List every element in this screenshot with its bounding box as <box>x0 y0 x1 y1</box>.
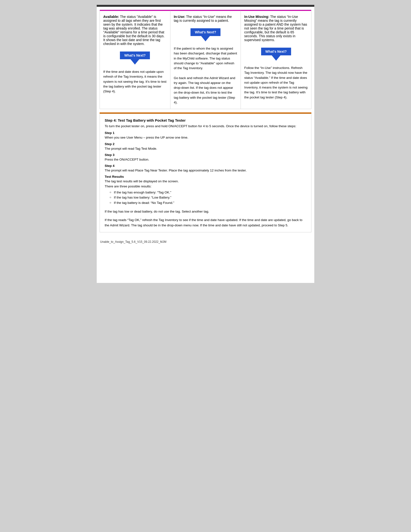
step3-text: Press the ON/ACCEPT button. <box>105 157 306 162</box>
inuse-missing-whats-next-button[interactable]: What's Next? <box>261 48 291 55</box>
bullet-2: If the tag has low battery: “Low Battery… <box>110 195 306 200</box>
bullet-list: If the tag has enough battery: “Tag OK.”… <box>110 190 306 206</box>
inuse-missing-title: In-Use Missing: <box>244 15 269 19</box>
step3-label: Step 3 <box>105 153 306 157</box>
column-inuse: In-Use: The status “In-Use” means the ta… <box>170 10 241 109</box>
step4-text: The prompt will read Place Tag Near Test… <box>105 168 306 173</box>
top-bar <box>97 5 314 7</box>
test-results-sub: There are three possible results: <box>105 184 306 189</box>
bullet-3: If the tag battery is dead: “No Tag Foun… <box>110 200 306 206</box>
inuse-missing-description: In-Use Missing: The status “In-Use Missi… <box>244 15 308 42</box>
inuse-body: If the patient to whom the tag is assign… <box>174 46 237 105</box>
inuse-missing-body: Follow the “In-Use” instructions. Refres… <box>244 66 308 100</box>
step1-label: Step 1 <box>105 131 306 135</box>
available-title-rest: The status "Available" is assigned to al… <box>103 15 165 46</box>
footer: Unable_to_Assign_Tag_5.6_V15_09.22.2022_… <box>97 235 314 246</box>
available-arrow-icon <box>131 59 139 65</box>
inuse-btn-container: What's Next? <box>174 25 237 44</box>
inuse-whats-next-button[interactable]: What's Next? <box>190 28 221 36</box>
inuse-missing-title-rest: The status “In-Use Missing” means the ta… <box>244 15 307 42</box>
inuse-body-p1: If the patient to whom the tag is assign… <box>174 46 237 71</box>
closing-text-1: If the tag has low or dead battery, do n… <box>105 209 306 214</box>
inuse-arrow-icon <box>201 36 210 41</box>
inuse-missing-arrow-icon <box>272 55 280 61</box>
test-results-intro: The tag test results will be displayed o… <box>105 179 306 184</box>
step4-section: Step 4: Test Tag Battery with Pocket Tag… <box>100 114 311 232</box>
step4-label: Step 4 <box>105 164 306 168</box>
three-columns: Available: The status "Available" is ass… <box>100 10 311 109</box>
step4-title: Step 4: Test Tag Battery with Pocket Tag… <box>105 118 306 122</box>
available-whats-next-button[interactable]: What's Next? <box>120 51 150 59</box>
test-results-label: Test Results <box>105 175 306 179</box>
inuse-title: In-Use: <box>174 15 185 19</box>
step1-text: When you see User Menu – press the UP ar… <box>105 135 306 140</box>
page: Available: The status "Available" is ass… <box>97 5 314 283</box>
available-title: Available: <box>103 15 119 19</box>
available-body: If the time and date does not update upo… <box>103 69 167 94</box>
column-available: Available: The status "Available" is ass… <box>100 10 170 109</box>
available-description: Available: The status "Available" is ass… <box>103 15 167 46</box>
inuse-description: In-Use: The status “In-Use” means the ta… <box>174 15 237 22</box>
closing-text-2: If the tag reads “Tag OK,” refresh the T… <box>105 217 306 228</box>
inuse-missing-btn-container: What's Next? <box>244 44 308 63</box>
inuse-body-p2: Go back and refresh the Admit Wizard and… <box>174 76 237 105</box>
step2-label: Step 2 <box>105 142 306 146</box>
column-inuse-missing: In-Use Missing: The status “In-Use Missi… <box>241 10 311 109</box>
step4-intro: To turn the pocket tester on, press and … <box>105 124 306 129</box>
available-btn-container: What's Next? <box>103 48 167 67</box>
bullet-1: If the tag has enough battery: “Tag OK.” <box>110 190 306 195</box>
step2-text: The prompt will read Tag Test Mode. <box>105 146 306 151</box>
